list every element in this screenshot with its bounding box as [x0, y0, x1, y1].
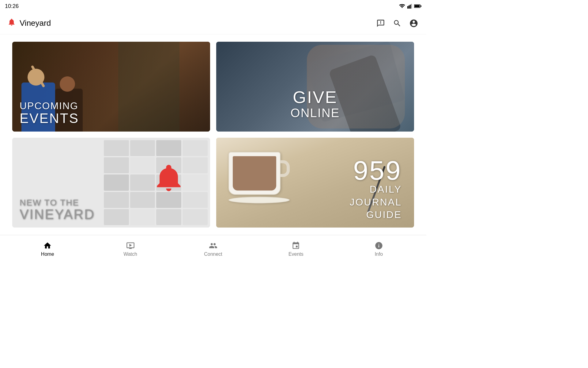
give-online-card[interactable]: GIVE ONLINE: [216, 42, 414, 132]
svg-rect-3: [411, 4, 412, 9]
nav-label-info: Info: [375, 251, 383, 257]
status-bar: 10:26: [0, 0, 426, 12]
header-right: [375, 18, 419, 29]
new-line2: VINEYARD: [20, 207, 95, 221]
journal-number: 959: [350, 158, 402, 183]
events-line1: UPCOMING: [20, 101, 79, 111]
svg-rect-0: [407, 6, 408, 9]
give-online-text: GIVE ONLINE: [216, 88, 414, 119]
journal-line2: JOURNAL: [350, 196, 402, 209]
search-icon-button[interactable]: [392, 18, 402, 29]
watch-icon: [126, 241, 135, 250]
nav-item-watch[interactable]: Watch: [115, 241, 146, 257]
signal-icon: [407, 4, 412, 9]
events-line2: EVENTS: [20, 111, 79, 125]
status-icons: [399, 4, 421, 9]
svg-rect-5: [420, 5, 421, 7]
new-line1: NEW TO THE: [20, 198, 95, 207]
journal-text: 959 DAILY JOURNAL GUIDE: [350, 158, 402, 221]
nav-label-events: Events: [288, 251, 303, 257]
svg-rect-6: [414, 5, 420, 7]
home-icon: [43, 241, 52, 250]
nav-item-connect[interactable]: Connect: [198, 241, 228, 257]
events-icon: [291, 241, 300, 250]
vineyard-bell-icon: [152, 162, 186, 203]
profile-icon-button[interactable]: [409, 18, 419, 29]
app-title: Vineyard: [20, 18, 51, 28]
nav-label-connect: Connect: [204, 251, 222, 257]
app-bell-icon: [7, 18, 16, 29]
new-vineyard-card[interactable]: NEW TO THE VINEYARD: [12, 138, 210, 228]
status-time: 10:26: [5, 3, 19, 10]
info-icon: [374, 241, 383, 250]
battery-icon: [414, 4, 421, 8]
wifi-icon: [399, 4, 405, 9]
new-vineyard-text: NEW TO THE VINEYARD: [20, 198, 95, 221]
header-left: Vineyard: [7, 18, 51, 29]
chat-icon-button[interactable]: [375, 18, 386, 29]
upcoming-events-card[interactable]: UPCOMING EVENTS: [12, 42, 210, 132]
nav-label-watch: Watch: [123, 251, 137, 257]
nav-item-events[interactable]: Events: [281, 241, 311, 257]
connect-icon: [209, 241, 218, 250]
bottom-nav: Home Watch Connect Events: [0, 235, 426, 263]
main-content: UPCOMING EVENTS GIVE ONLINE: [0, 34, 426, 235]
svg-rect-2: [410, 5, 411, 9]
journal-line3: GUIDE: [350, 209, 402, 221]
give-line2: ONLINE: [216, 106, 414, 119]
nav-label-home: Home: [41, 251, 54, 257]
upcoming-events-text: UPCOMING EVENTS: [20, 101, 79, 125]
nav-item-info[interactable]: Info: [364, 241, 394, 257]
svg-rect-1: [409, 6, 409, 9]
nav-item-home[interactable]: Home: [32, 241, 63, 257]
journal-guide-card[interactable]: 959 DAILY JOURNAL GUIDE: [216, 138, 414, 228]
give-line1: GIVE: [216, 88, 414, 106]
header: Vineyard: [0, 12, 426, 34]
